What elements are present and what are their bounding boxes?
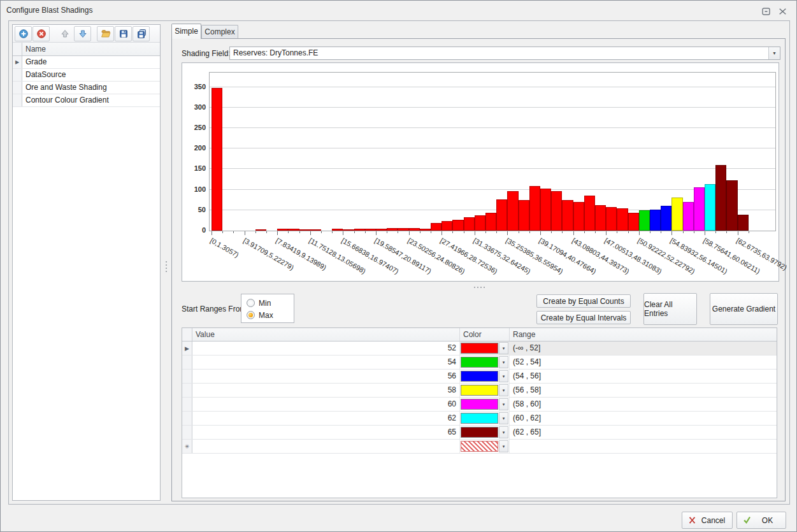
- color-dropdown-button[interactable]: ▾: [499, 356, 508, 368]
- color-dropdown-button[interactable]: ▾: [499, 440, 508, 452]
- delete-shading-button[interactable]: [32, 26, 50, 41]
- name-grid-body: ▶GradeDataSourceOre and Waste ShadingCon…: [13, 56, 160, 107]
- color-cell: ▾: [460, 356, 510, 369]
- tab-complex[interactable]: Complex: [201, 25, 238, 39]
- histogram-bar: [212, 88, 222, 231]
- shading-field-value[interactable]: Reserves: DryTonnes.FE: [230, 47, 768, 59]
- histogram-bar: [562, 200, 573, 231]
- x-axis-tick: [321, 231, 322, 233]
- close-window-button[interactable]: [776, 6, 789, 17]
- table-row[interactable]: ▶52▾(-∞ , 52]: [182, 341, 777, 356]
- x-axis-tick: [365, 231, 366, 233]
- value-cell[interactable]: 56: [192, 370, 460, 383]
- color-column-header[interactable]: Color: [460, 328, 510, 341]
- restore-window-button[interactable]: [759, 6, 772, 17]
- color-dropdown-button[interactable]: ▾: [499, 342, 508, 354]
- value-cell[interactable]: 62: [192, 412, 460, 425]
- generate-gradient-button[interactable]: Generate Gradient: [710, 293, 778, 325]
- color-swatch[interactable]: [461, 357, 498, 368]
- move-down-button[interactable]: [74, 26, 91, 41]
- x-axis-label-text: [50.92222,52.22792): [636, 236, 696, 275]
- row-indicator-cell: ▶: [13, 56, 22, 68]
- list-item[interactable]: Contour Colour Gradient: [13, 94, 160, 107]
- histogram-bar: [365, 229, 376, 231]
- list-item[interactable]: DataSource: [13, 69, 160, 82]
- empty-color-swatch[interactable]: [461, 441, 498, 452]
- table-row[interactable]: 58▾(56 , 58]: [182, 384, 777, 398]
- radio-option-max[interactable]: Max: [247, 309, 294, 321]
- table-row[interactable]: 62▾(60 , 62]: [182, 412, 777, 426]
- table-row[interactable]: 56▾(54 , 56]: [182, 370, 777, 384]
- value-cell[interactable]: 65: [192, 426, 460, 439]
- value-cell[interactable]: 54: [192, 356, 460, 369]
- histogram-bar: [343, 229, 354, 231]
- color-swatch[interactable]: [461, 371, 498, 382]
- color-swatch[interactable]: [461, 399, 498, 410]
- value-cell[interactable]: [192, 440, 460, 453]
- x-axis-tick: [475, 231, 475, 235]
- color-dropdown-button[interactable]: ▾: [499, 426, 508, 438]
- cancel-button[interactable]: Cancel: [682, 512, 733, 529]
- histogram-bar: [299, 229, 310, 231]
- row-indicator-cell: [182, 384, 192, 397]
- value-column-header[interactable]: Value: [192, 328, 460, 341]
- color-swatch[interactable]: [461, 413, 498, 424]
- name-column-header[interactable]: Name: [22, 43, 46, 55]
- x-axis-tick: [288, 231, 289, 233]
- x-axis-tick: [431, 231, 431, 233]
- histogram-bar: [277, 229, 288, 231]
- list-item-label: Contour Colour Gradient: [22, 94, 109, 106]
- color-dropdown-button[interactable]: ▾: [499, 370, 508, 382]
- save-all-button[interactable]: [133, 26, 150, 41]
- range-cell: (54 , 56]: [510, 370, 777, 383]
- color-swatch[interactable]: [461, 427, 498, 438]
- close-icon: [779, 8, 787, 15]
- histogram-bar: [452, 220, 463, 231]
- plot-area: [209, 72, 776, 231]
- ok-button[interactable]: OK: [736, 512, 786, 529]
- table-row[interactable]: 60▾(58 , 60]: [182, 398, 777, 412]
- chart-table-splitter[interactable]: [465, 285, 493, 289]
- shading-field-combobox[interactable]: Reserves: DryTonnes.FE ▾: [229, 47, 780, 60]
- row-indicator-cell: [182, 412, 192, 425]
- color-dropdown-button[interactable]: ▾: [499, 412, 508, 424]
- combobox-dropdown-button[interactable]: ▾: [768, 47, 780, 59]
- value-cell[interactable]: 60: [192, 398, 460, 411]
- radio-button-max[interactable]: [247, 311, 255, 319]
- add-shading-button[interactable]: [15, 26, 32, 41]
- x-axis-label-text: [39.17094,40.47664): [538, 236, 598, 275]
- radio-group: MinMax: [241, 294, 294, 323]
- color-swatch[interactable]: [461, 343, 498, 354]
- list-item[interactable]: Ore and Waste Shading: [13, 82, 160, 94]
- titlebar[interactable]: Configure Blast Shadings: [1, 1, 796, 20]
- clear-all-entries-button[interactable]: Clear All Entries: [643, 293, 697, 325]
- radio-label: Min: [259, 299, 271, 308]
- create-equal-counts-button[interactable]: Create by Equal Counts: [536, 294, 631, 308]
- radio-button-min[interactable]: [247, 299, 255, 307]
- shadings-grid: Name ▶GradeDataSourceOre and Waste Shadi…: [13, 43, 160, 500]
- value-cell[interactable]: 52: [192, 341, 460, 355]
- gridline: [210, 168, 775, 169]
- x-axis-tick: [485, 231, 486, 233]
- value-cell[interactable]: 58: [192, 384, 460, 397]
- radio-option-min[interactable]: Min: [247, 297, 294, 309]
- list-item-label: Grade: [22, 56, 47, 68]
- color-dropdown-button[interactable]: ▾: [499, 398, 508, 410]
- open-button[interactable]: [97, 26, 114, 41]
- color-swatch[interactable]: [461, 385, 498, 396]
- table-row[interactable]: 54▾(52 , 54]: [182, 356, 777, 370]
- x-axis-label-text: [0,1.3057): [209, 236, 240, 259]
- color-cell: ▾: [460, 412, 510, 425]
- tab-simple[interactable]: Simple: [171, 24, 201, 39]
- table-row[interactable]: 65▾(62 , 65]: [182, 426, 777, 440]
- table-new-row[interactable]: ✳▾: [182, 440, 777, 454]
- shadings-grid-header[interactable]: Name: [13, 43, 160, 56]
- range-column-header[interactable]: Range: [510, 328, 777, 341]
- panel-splitter[interactable]: [164, 255, 168, 277]
- list-item[interactable]: ▶Grade: [13, 56, 160, 69]
- histogram-bar: [310, 229, 321, 231]
- move-up-button[interactable]: [56, 26, 73, 41]
- create-equal-intervals-button[interactable]: Create by Equal Intervals: [536, 311, 631, 324]
- save-button[interactable]: [115, 26, 132, 41]
- color-dropdown-button[interactable]: ▾: [499, 384, 508, 396]
